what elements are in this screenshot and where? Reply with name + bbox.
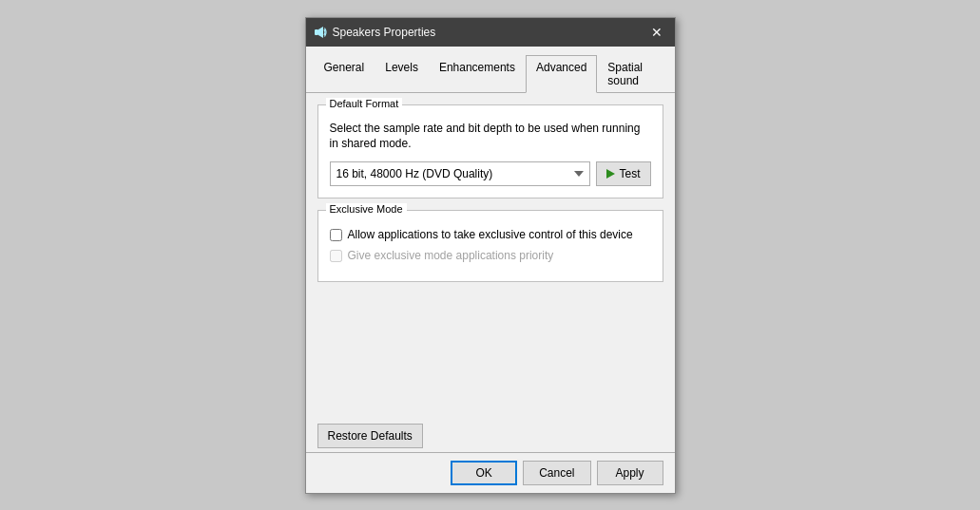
speakers-properties-dialog: Speakers Properties ✕ General Levels Enh… bbox=[305, 17, 676, 494]
default-format-section: Default Format Select the sample rate an… bbox=[317, 104, 663, 199]
tab-spatial-sound[interactable]: Spatial sound bbox=[597, 55, 666, 93]
test-button[interactable]: Test bbox=[596, 161, 650, 186]
play-icon bbox=[606, 169, 615, 179]
dialog-buttons: OK Cancel Apply bbox=[306, 452, 675, 493]
priority-checkbox[interactable] bbox=[330, 250, 342, 262]
default-format-label: Default Format bbox=[326, 98, 403, 109]
allow-exclusive-checkbox[interactable] bbox=[330, 229, 342, 241]
svg-rect-0 bbox=[315, 29, 318, 35]
dialog-title: Speakers Properties bbox=[333, 26, 436, 39]
format-description: Select the sample rate and bit depth to … bbox=[330, 121, 651, 153]
ok-button[interactable]: OK bbox=[451, 461, 517, 485]
content-area: Default Format Select the sample rate an… bbox=[306, 93, 675, 416]
format-select[interactable]: 16 bit, 48000 Hz (DVD Quality) 16 bit, 4… bbox=[330, 161, 591, 186]
priority-label: Give exclusive mode applications priorit… bbox=[348, 249, 554, 262]
restore-defaults-button[interactable]: Restore Defaults bbox=[317, 424, 423, 448]
tab-general[interactable]: General bbox=[314, 55, 375, 93]
allow-exclusive-row: Allow applications to take exclusive con… bbox=[330, 228, 651, 241]
exclusive-mode-section: Exclusive Mode Allow applications to tak… bbox=[317, 210, 663, 282]
format-row: 16 bit, 48000 Hz (DVD Quality) 16 bit, 4… bbox=[330, 161, 651, 186]
svg-marker-1 bbox=[318, 27, 323, 38]
tabs-container: General Levels Enhancements Advanced Spa… bbox=[306, 47, 675, 93]
exclusive-mode-label: Exclusive Mode bbox=[326, 203, 407, 215]
cancel-button[interactable]: Cancel bbox=[523, 461, 590, 485]
allow-exclusive-label: Allow applications to take exclusive con… bbox=[348, 228, 633, 241]
priority-row: Give exclusive mode applications priorit… bbox=[330, 249, 651, 262]
close-button[interactable]: ✕ bbox=[646, 22, 667, 43]
test-button-label: Test bbox=[619, 167, 640, 180]
tab-enhancements[interactable]: Enhancements bbox=[429, 55, 526, 93]
tab-levels[interactable]: Levels bbox=[375, 55, 429, 93]
restore-defaults-row: Restore Defaults bbox=[306, 416, 675, 452]
speaker-icon bbox=[314, 26, 327, 39]
title-bar: Speakers Properties ✕ bbox=[306, 18, 675, 47]
title-bar-left: Speakers Properties bbox=[314, 26, 436, 39]
apply-button[interactable]: Apply bbox=[597, 461, 663, 485]
tab-advanced[interactable]: Advanced bbox=[526, 55, 597, 93]
